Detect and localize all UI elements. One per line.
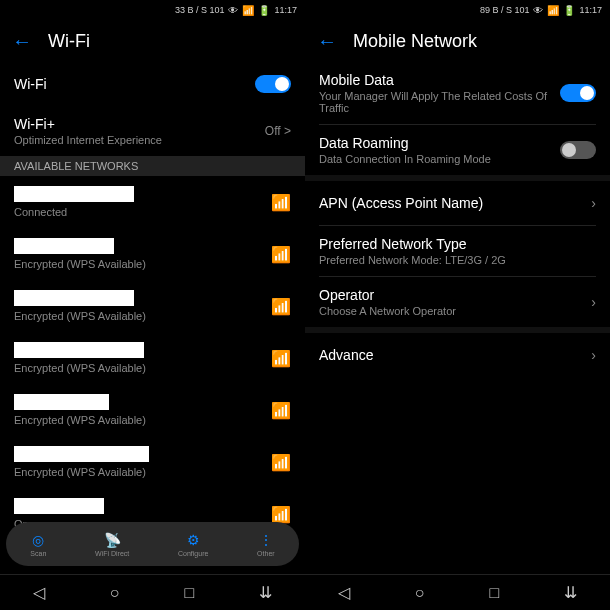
scan-button[interactable]: ◎Scan: [30, 532, 46, 557]
battery-icon: 🔋: [258, 5, 270, 16]
wifi-ssid-redacted: [14, 394, 109, 410]
apn-label: APN (Access Point Name): [319, 195, 483, 211]
mobile-network-screen: 89 B / S 101 👁 📶 🔋 11:17 ← Mobile Networ…: [305, 0, 610, 610]
wifi-plus-sub: Optimized Internet Experience: [14, 134, 265, 146]
advance-row[interactable]: Advance ›: [305, 333, 610, 377]
back-arrow-icon[interactable]: ←: [317, 30, 337, 53]
other-button[interactable]: ⋮Other: [257, 532, 275, 557]
available-networks-header: AVAILABLE NETWORKS: [0, 156, 305, 176]
roaming-label: Data Roaming: [319, 135, 560, 151]
wifi-direct-icon: 📡: [104, 532, 121, 548]
nav-extra-icon[interactable]: ⇊: [564, 583, 577, 602]
back-arrow-icon[interactable]: ←: [12, 30, 32, 53]
operator-label: Operator: [319, 287, 591, 303]
wifi-status: Encrypted (WPS Available): [14, 310, 146, 322]
status-speed: 89 B / S 101: [480, 5, 530, 15]
wifi-network-item[interactable]: Encrypted (WPS Available) 📶: [0, 280, 305, 332]
wifi-plus-value: Off >: [265, 124, 291, 138]
status-time: 11:17: [274, 5, 297, 15]
chevron-right-icon: ›: [591, 195, 596, 211]
apn-row[interactable]: APN (Access Point Name) ›: [305, 181, 610, 225]
nav-back-icon[interactable]: ◁: [33, 583, 45, 602]
page-title: Mobile Network: [353, 31, 477, 52]
wifi-status: Encrypted (WPS Available): [14, 414, 146, 426]
wifi-signal-icon: 📶: [271, 349, 291, 368]
nav-recent-icon[interactable]: □: [185, 584, 195, 602]
wifi-network-item[interactable]: Encrypted (WPS Available) 📶: [0, 228, 305, 280]
wifi-signal-icon: 📶: [271, 245, 291, 264]
wifi-network-item[interactable]: Encrypted (WPS Available) 📶: [0, 436, 305, 488]
wifi-ssid-redacted: [14, 342, 144, 358]
mobile-data-label: Mobile Data: [319, 72, 560, 88]
eye-icon: 👁: [228, 5, 238, 16]
roaming-toggle[interactable]: [560, 141, 596, 159]
wifi-plus-row[interactable]: Wi-Fi+ Optimized Internet Experience Off…: [0, 106, 305, 156]
wifi-status: Encrypted (WPS Available): [14, 362, 146, 374]
nav-bar: ◁ ○ □ ⇊: [0, 574, 305, 610]
page-title: Wi-Fi: [48, 31, 90, 52]
advance-label: Advance: [319, 347, 373, 363]
mobile-data-sub: Your Manager Will Apply The Related Cost…: [319, 90, 560, 114]
nav-recent-icon[interactable]: □: [490, 584, 500, 602]
mobile-data-toggle[interactable]: [560, 84, 596, 102]
signal-icon: 📶: [242, 5, 254, 16]
wifi-ssid-redacted: [14, 238, 114, 254]
more-icon: ⋮: [259, 532, 273, 548]
status-bar: 33 B / S 101 👁 📶 🔋 11:17: [0, 0, 305, 20]
gear-icon: ⚙: [187, 532, 200, 548]
wifi-ssid-redacted: [14, 186, 134, 202]
wifi-signal-icon: 📶: [271, 453, 291, 472]
wifi-direct-button[interactable]: 📡WiFi Direct: [95, 532, 129, 557]
wifi-ssid-redacted: [14, 290, 134, 306]
nav-extra-icon[interactable]: ⇊: [259, 583, 272, 602]
nav-home-icon[interactable]: ○: [110, 584, 120, 602]
nav-bar: ◁ ○ □ ⇊: [305, 574, 610, 610]
wifi-signal-icon: 📶: [271, 297, 291, 316]
nav-back-icon[interactable]: ◁: [338, 583, 350, 602]
wifi-label: Wi-Fi: [14, 76, 47, 92]
network-type-row[interactable]: Preferred Network Type Preferred Network…: [305, 226, 610, 276]
eye-icon: 👁: [533, 5, 543, 16]
chevron-right-icon: ›: [591, 347, 596, 363]
status-bar: 89 B / S 101 👁 📶 🔋 11:17: [305, 0, 610, 20]
wifi-toggle-row[interactable]: Wi-Fi: [0, 62, 305, 106]
wifi-ssid-redacted: [14, 498, 104, 514]
data-roaming-row[interactable]: Data Roaming Data Connection In Roaming …: [305, 125, 610, 175]
wifi-status: Connected: [14, 206, 134, 218]
header: ← Wi-Fi: [0, 20, 305, 62]
network-type-sub: Preferred Network Mode: LTE/3G / 2G: [319, 254, 596, 266]
operator-row[interactable]: Operator Choose A Network Operator ›: [305, 277, 610, 327]
nav-home-icon[interactable]: ○: [415, 584, 425, 602]
wifi-ssid-redacted: [14, 446, 149, 462]
header: ← Mobile Network: [305, 20, 610, 62]
mobile-data-row[interactable]: Mobile Data Your Manager Will Apply The …: [305, 62, 610, 124]
roaming-sub: Data Connection In Roaming Mode: [319, 153, 560, 165]
wifi-network-item[interactable]: Encrypted (WPS Available) 📶: [0, 332, 305, 384]
wifi-signal-icon: 📶: [271, 505, 291, 524]
wifi-settings-screen: 33 B / S 101 👁 📶 🔋 11:17 ← Wi-Fi Wi-Fi W…: [0, 0, 305, 610]
wifi-plus-label: Wi-Fi+: [14, 116, 265, 132]
signal-icon: 📶: [547, 5, 559, 16]
status-time: 11:17: [579, 5, 602, 15]
wifi-network-item[interactable]: Connected 📶: [0, 176, 305, 228]
scan-icon: ◎: [32, 532, 44, 548]
wifi-toggle[interactable]: [255, 75, 291, 93]
configure-button[interactable]: ⚙Configure: [178, 532, 208, 557]
operator-sub: Choose A Network Operator: [319, 305, 591, 317]
chevron-right-icon: ›: [591, 294, 596, 310]
wifi-network-item[interactable]: Encrypted (WPS Available) 📶: [0, 384, 305, 436]
bottom-action-pill: ◎Scan 📡WiFi Direct ⚙Configure ⋮Other: [6, 522, 299, 566]
status-speed: 33 B / S 101: [175, 5, 225, 15]
battery-icon: 🔋: [563, 5, 575, 16]
network-type-label: Preferred Network Type: [319, 236, 596, 252]
wifi-status: Encrypted (WPS Available): [14, 258, 146, 270]
wifi-status: Encrypted (WPS Available): [14, 466, 149, 478]
wifi-signal-icon: 📶: [271, 401, 291, 420]
wifi-signal-icon: 📶: [271, 193, 291, 212]
